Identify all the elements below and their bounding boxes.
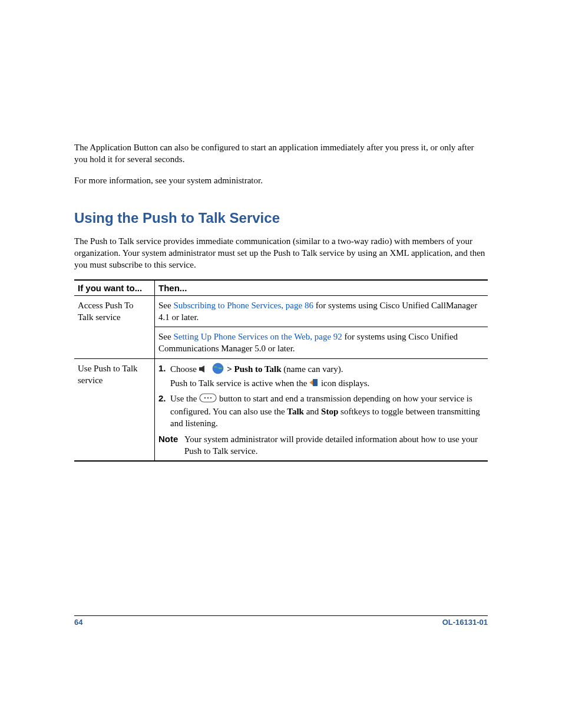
svg-marker-4 — [309, 380, 313, 385]
svg-point-6 — [204, 397, 206, 399]
procedure-table: If you want to... Then... Access Push To… — [74, 279, 488, 462]
step2-stop: Stop — [321, 407, 338, 416]
row1-left: Access Push To Talk service — [74, 295, 155, 358]
step-1: 1. Choose > Pus — [158, 363, 484, 390]
section-intro: The Push to Talk service provides immedi… — [74, 235, 488, 271]
table-row: Access Push To Talk service See Subscrib… — [74, 295, 488, 327]
page-number: 64 — [74, 618, 82, 627]
step2-pre: Use the — [170, 394, 199, 403]
step2-and: and — [304, 407, 321, 416]
table-header-row: If you want to... Then... — [74, 280, 488, 296]
page-container: The Application Button can also be confi… — [0, 0, 562, 728]
step-2-body: Use the button to start and end a transm… — [170, 393, 484, 430]
intro-paragraph-1: The Application Button can also be confi… — [74, 141, 488, 166]
link-setting-up-phone-services[interactable]: Setting Up Phone Services on the Web, pa… — [173, 332, 342, 341]
note-row: Note Your system administrator will prov… — [158, 433, 484, 457]
note-text: Your system administrator will provide d… — [184, 433, 484, 457]
step1-line2a: Push to Talk service is active when the — [170, 378, 309, 388]
row2-left: Use Push to Talk service — [74, 358, 155, 461]
step1-line2b: icon displays. — [321, 378, 370, 388]
step1-bold: Push to Talk — [234, 364, 282, 374]
step2-talk: Talk — [287, 407, 304, 416]
svg-marker-0 — [199, 365, 204, 373]
svg-point-8 — [210, 397, 212, 399]
table-row: Use Push to Talk service 1. Choose — [74, 358, 488, 461]
talk-button-icon — [199, 393, 217, 406]
step-2-number: 2. — [158, 393, 170, 430]
row1-cell2: See Setting Up Phone Services on the Web… — [155, 327, 488, 359]
speaker-icon — [199, 364, 209, 375]
row1-cell1-pre: See — [158, 301, 173, 310]
svg-point-7 — [207, 397, 209, 399]
document-id: OL-16131-01 — [442, 618, 488, 627]
row2-right: 1. Choose > Pus — [155, 358, 488, 461]
step1-tail: (name can vary). — [282, 364, 343, 374]
globe-icon — [211, 363, 225, 377]
step1-arrow: > — [227, 364, 234, 374]
table-header-col1: If you want to... — [74, 280, 155, 296]
step-2: 2. Use the button to start and end a tra… — [158, 393, 484, 430]
step-1-number: 1. — [158, 363, 170, 390]
row1-cell1: See Subscribing to Phone Services, page … — [155, 295, 488, 327]
ptt-active-icon — [309, 378, 319, 390]
svg-rect-3 — [313, 379, 318, 386]
link-subscribing-phone-services[interactable]: Subscribing to Phone Services, page 86 — [173, 301, 313, 310]
note-label: Note — [158, 433, 184, 457]
table-header-col2: Then... — [155, 280, 488, 296]
row1-cell2-pre: See — [158, 332, 173, 341]
section-heading: Using the Push to Talk Service — [74, 210, 488, 226]
step1-choose-text: Choose — [170, 364, 199, 374]
page-footer: 64 OL-16131-01 — [74, 615, 488, 627]
intro-paragraph-2: For more information, see your system ad… — [74, 174, 488, 186]
step-1-body: Choose > Push to Talk (name can vary). — [170, 363, 484, 390]
